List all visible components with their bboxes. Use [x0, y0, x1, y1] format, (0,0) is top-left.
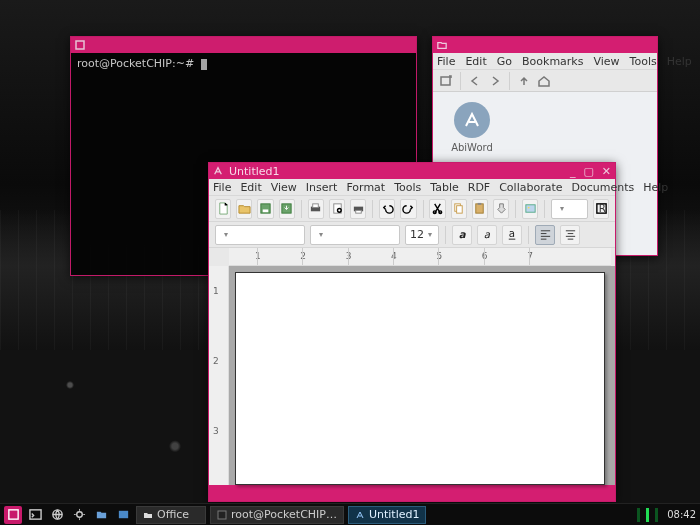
abi-menu-rdf[interactable]: RDF	[468, 181, 490, 194]
divider	[445, 226, 446, 244]
print-button[interactable]	[308, 199, 324, 219]
abiword-window[interactable]: Untitled1 _ ▢ ✕ File Edit View Insert Fo…	[208, 162, 616, 502]
system-tray	[637, 508, 658, 522]
horizontal-ruler[interactable]: 1234567	[229, 248, 611, 266]
cut-button[interactable]	[429, 199, 445, 219]
undo-button[interactable]	[379, 199, 395, 219]
new-doc-button[interactable]	[215, 199, 231, 219]
sys-indicator-3[interactable]	[655, 508, 658, 522]
fm-menu-bookmarks[interactable]: Bookmarks	[522, 55, 583, 68]
save-button[interactable]	[257, 199, 273, 219]
document-area: 123	[209, 266, 615, 485]
divider	[423, 200, 424, 218]
new-tab-icon[interactable]	[439, 74, 453, 88]
maximize-button[interactable]: ▢	[583, 165, 593, 178]
abiword-toolbar-2: 12 a a a	[209, 222, 615, 248]
divider	[528, 226, 529, 244]
copy-button[interactable]	[451, 199, 467, 219]
sys-indicator-2[interactable]	[646, 508, 649, 522]
vertical-ruler[interactable]: 123	[209, 266, 229, 485]
home-icon[interactable]	[537, 74, 551, 88]
italic-button[interactable]: a	[477, 225, 497, 245]
divider	[460, 72, 461, 90]
svg-text:a: a	[458, 229, 466, 240]
task-terminal[interactable]: root@PocketCHIP…	[210, 506, 344, 524]
insert-image-button[interactable]	[522, 199, 538, 219]
align-center-button[interactable]	[560, 225, 580, 245]
task-label: Office	[157, 508, 189, 521]
fm-titlebar[interactable]	[433, 37, 657, 53]
settings-launcher[interactable]	[70, 506, 88, 524]
terminal-prompt: root@PocketCHIP:~#	[77, 57, 194, 70]
print-preview-button[interactable]	[329, 199, 345, 219]
document-page[interactable]	[235, 272, 605, 485]
abi-menu-insert[interactable]: Insert	[306, 181, 338, 194]
svg-rect-6	[313, 204, 319, 208]
browser-launcher[interactable]	[48, 506, 66, 524]
fm-menu-edit[interactable]: Edit	[465, 55, 486, 68]
back-icon[interactable]	[468, 74, 482, 88]
abiword-app-icon[interactable]: AbiWord	[443, 102, 501, 153]
abiword-app-label: AbiWord	[443, 142, 501, 153]
divider	[544, 200, 545, 218]
abi-menu-table[interactable]: Table	[430, 181, 458, 194]
up-icon[interactable]	[517, 74, 531, 88]
svg-text:a: a	[483, 229, 490, 240]
app-menu-button[interactable]	[4, 506, 22, 524]
forward-icon[interactable]	[488, 74, 502, 88]
abi-menu-edit[interactable]: Edit	[240, 181, 261, 194]
open-button[interactable]	[236, 199, 252, 219]
paste-button[interactable]	[472, 199, 488, 219]
abi-menu-tools[interactable]: Tools	[394, 181, 421, 194]
svg-text:a: a	[508, 228, 514, 239]
paragraph-style-combo[interactable]	[215, 225, 305, 245]
abi-menu-collaborate[interactable]: Collaborate	[499, 181, 562, 194]
fm-menu-tools[interactable]: Tools	[630, 55, 657, 68]
svg-text:R: R	[598, 203, 605, 214]
size-value: 12	[410, 228, 424, 241]
abi-menu-format[interactable]: Format	[346, 181, 385, 194]
abiword-toolbar-1: R	[209, 196, 615, 222]
toggle-ruler-button[interactable]: R	[593, 199, 609, 219]
terminal-cursor	[201, 59, 207, 70]
folder-icon	[437, 40, 447, 50]
zoom-combo[interactable]	[551, 199, 588, 219]
svg-rect-16	[478, 203, 482, 205]
font-family-combo[interactable]	[310, 225, 400, 245]
svg-point-28	[76, 512, 82, 518]
fm-menu-help[interactable]: Help	[667, 55, 692, 68]
show-desktop-button[interactable]	[114, 506, 132, 524]
abi-menu-file[interactable]: File	[213, 181, 231, 194]
sys-indicator-1[interactable]	[637, 508, 640, 522]
terminal-icon	[75, 40, 85, 50]
files-launcher[interactable]	[92, 506, 110, 524]
bold-button[interactable]: a	[452, 225, 472, 245]
task-label: root@PocketCHIP…	[231, 508, 337, 521]
print-direct-button[interactable]	[350, 199, 366, 219]
fm-menu-view[interactable]: View	[593, 55, 619, 68]
redo-button[interactable]	[400, 199, 416, 219]
fm-menu-file[interactable]: File	[437, 55, 455, 68]
svg-rect-3	[263, 209, 269, 212]
underline-button[interactable]: a	[502, 225, 522, 245]
save-as-button[interactable]	[279, 199, 295, 219]
abi-menu-help[interactable]: Help	[643, 181, 668, 194]
font-size-combo[interactable]: 12	[405, 225, 439, 245]
close-button[interactable]: ✕	[602, 165, 611, 178]
taskbar: Office root@PocketCHIP… Untitled1 08:42	[0, 503, 700, 525]
abi-menu-view[interactable]: View	[271, 181, 297, 194]
fm-menu-go[interactable]: Go	[497, 55, 512, 68]
terminal-titlebar[interactable]	[71, 37, 416, 53]
minimize-button[interactable]: _	[570, 165, 576, 178]
task-office[interactable]: Office	[136, 506, 206, 524]
fm-menubar: File Edit Go Bookmarks View Tools Help	[433, 53, 657, 70]
format-painter-button[interactable]	[493, 199, 509, 219]
task-abiword[interactable]: Untitled1	[348, 506, 427, 524]
abi-menu-documents[interactable]: Documents	[572, 181, 635, 194]
abiword-titlebar[interactable]: Untitled1 _ ▢ ✕	[209, 163, 615, 179]
divider	[515, 200, 516, 218]
align-left-button[interactable]	[535, 225, 555, 245]
terminal-launcher[interactable]	[26, 506, 44, 524]
svg-rect-25	[8, 510, 17, 519]
clock[interactable]: 08:42	[662, 509, 696, 520]
